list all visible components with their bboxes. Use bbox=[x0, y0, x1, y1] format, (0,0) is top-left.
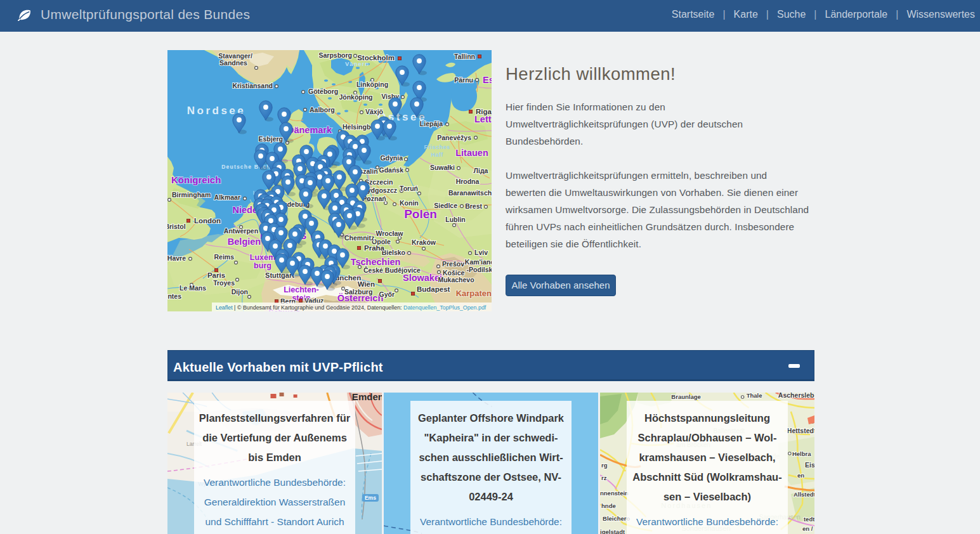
svg-text:nnenstein: nnenstein bbox=[600, 490, 629, 497]
svg-text:Sandnes: Sandnes bbox=[219, 59, 247, 67]
svg-text:Stockholm: Stockholm bbox=[357, 54, 395, 62]
svg-text:Lviv: Lviv bbox=[474, 249, 488, 256]
svg-text:Praha: Praha bbox=[364, 244, 385, 252]
svg-text:Baranawitschy: Baranawitschy bbox=[448, 189, 492, 197]
svg-text:Eis: Eis bbox=[805, 461, 814, 469]
svg-text:London: London bbox=[194, 217, 221, 225]
svg-text:Luxem: Luxem bbox=[250, 253, 275, 262]
svg-text:en: en bbox=[797, 472, 804, 479]
svg-text:Tschechien: Tschechien bbox=[351, 257, 401, 267]
svg-text:Tallinn: Tallinn bbox=[454, 53, 475, 60]
svg-text:Gdańsk: Gdańsk bbox=[379, 166, 403, 174]
svg-text:Suwałki: Suwałki bbox=[430, 164, 455, 171]
svg-text:Emden: Emden bbox=[352, 393, 382, 402]
svg-text:tedt: tedt bbox=[804, 516, 814, 523]
svg-text:Paris: Paris bbox=[207, 271, 225, 279]
svg-text:Haff: Haff bbox=[431, 152, 443, 158]
svg-text:hnde: hnde bbox=[601, 502, 616, 509]
svg-text:Thale: Thale bbox=[747, 393, 762, 399]
svg-text:Kraków: Kraków bbox=[412, 238, 436, 246]
svg-text:rg: rg bbox=[601, 462, 608, 469]
svg-text:Chemnitz: Chemnitz bbox=[344, 234, 374, 242]
svg-text:Le Mans: Le Mans bbox=[180, 284, 206, 292]
svg-text:Antwerpen: Antwerpen bbox=[224, 227, 258, 235]
svg-text:Hrodna: Hrodna bbox=[456, 178, 480, 185]
svg-text:Hettstedt: Hettstedt bbox=[787, 427, 814, 434]
svg-text:České Budějovice: České Budějovice bbox=[363, 266, 421, 274]
svg-text:Sarpsborg: Sarpsborg bbox=[318, 51, 352, 59]
svg-text:Frisches: Frisches bbox=[424, 144, 450, 150]
svg-text:Le Havre: Le Havre bbox=[167, 254, 186, 262]
svg-text:Riga: Riga bbox=[476, 108, 492, 115]
svg-text:Karpaten: Karpaten bbox=[456, 289, 492, 298]
svg-text:Helbra: Helbra bbox=[792, 450, 811, 457]
svg-text:Aschersleben: Aschersleben bbox=[778, 393, 814, 399]
svg-text:Esbjerg: Esbjerg bbox=[258, 135, 283, 143]
svg-text:Linköping: Linköping bbox=[356, 81, 388, 88]
svg-text:Königreich: Königreich bbox=[171, 174, 221, 185]
svg-text:Pärnu: Pärnu bbox=[454, 76, 473, 84]
svg-text:burg: burg bbox=[254, 261, 271, 270]
svg-text:Växjö: Växjö bbox=[365, 108, 383, 115]
svg-text:Budapest: Budapest bbox=[417, 285, 450, 293]
svg-text:Mukachevo: Mukachevo bbox=[438, 276, 474, 283]
svg-text:en /: en / bbox=[802, 525, 813, 532]
svg-text:Aalborg: Aalborg bbox=[310, 106, 335, 114]
svg-text:Szczecin: Szczecin bbox=[365, 178, 393, 186]
svg-text:Liechten-: Liechten- bbox=[284, 285, 319, 294]
svg-text:Toruń: Toruń bbox=[400, 185, 418, 192]
svg-text:Slowakei: Slowakei bbox=[403, 273, 442, 283]
svg-text:-Podilsk: -Podilsk bbox=[467, 266, 492, 273]
svg-text:Wrocław: Wrocław bbox=[376, 230, 404, 237]
svg-text:Lublin: Lublin bbox=[445, 216, 466, 223]
svg-text:Kam'iane: Kam'iane bbox=[465, 258, 492, 266]
svg-text:Győr: Győr bbox=[379, 290, 395, 298]
svg-text:Bielsko: Bielsko bbox=[382, 249, 405, 256]
svg-text:Dänemark: Dänemark bbox=[287, 125, 332, 135]
svg-text:Bleichero: Bleichero bbox=[603, 515, 630, 522]
svg-text:Göteborg: Göteborg bbox=[308, 88, 338, 95]
svg-text:Litauen: Litauen bbox=[455, 148, 488, 158]
svg-text:Dijon: Dijon bbox=[232, 288, 248, 296]
svg-text:rz: rz bbox=[601, 474, 607, 481]
svg-text:Panevėžys: Panevėžys bbox=[437, 134, 471, 141]
svg-text:Reims: Reims bbox=[214, 253, 234, 261]
svg-text:Prešov: Prešov bbox=[442, 260, 464, 268]
svg-text:Lettland: Lettland bbox=[474, 114, 492, 124]
svg-text:Braunlage: Braunlage bbox=[671, 393, 701, 400]
svg-text:Gdynia: Gdynia bbox=[380, 154, 403, 162]
svg-text:Estland: Estland bbox=[483, 75, 492, 85]
svg-text:Belgien: Belgien bbox=[228, 237, 261, 247]
svg-text:Birmingham: Birmingham bbox=[172, 191, 211, 199]
svg-text:Polen: Polen bbox=[404, 207, 437, 221]
svg-text:untes: untes bbox=[167, 292, 181, 300]
svg-text:Leaflet | © Bundesamt für Kart: Leaflet | © Bundesamt für Kartographie u… bbox=[216, 304, 487, 311]
svg-text:Troyes: Troyes bbox=[213, 279, 235, 287]
svg-text:Kristiansand: Kristiansand bbox=[232, 82, 273, 89]
svg-text:Alkmaar: Alkmaar bbox=[214, 193, 240, 201]
svg-text:Ems: Ems bbox=[365, 495, 376, 501]
svg-text:Salzburg: Salzburg bbox=[344, 288, 372, 296]
svg-text:Allstedt: Allstedt bbox=[794, 491, 814, 498]
svg-text:Liepāja: Liepāja bbox=[420, 120, 443, 127]
svg-text:Jönköping: Jönköping bbox=[339, 93, 372, 101]
svg-text:Konin: Konin bbox=[400, 199, 419, 207]
svg-text:Siedlce: Siedlce bbox=[434, 202, 457, 209]
svg-text:Brest: Brest bbox=[465, 202, 482, 210]
svg-text:igelstadt: igelstadt bbox=[600, 528, 625, 534]
svg-text:Лiда: Лiда bbox=[474, 167, 488, 174]
svg-text:Bristol: Bristol bbox=[167, 223, 186, 230]
